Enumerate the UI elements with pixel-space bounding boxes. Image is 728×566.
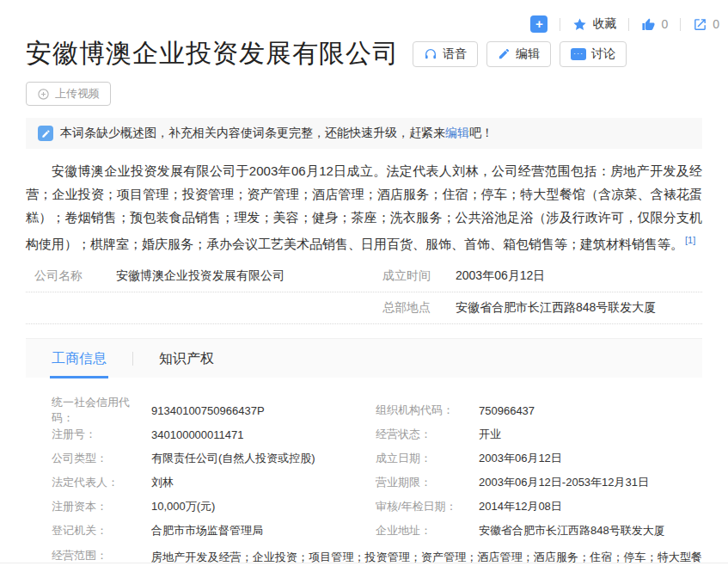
credit-code-label: 统一社会信用代码： xyxy=(52,395,151,426)
like-button[interactable]: 0 xyxy=(641,17,668,32)
favorite-button[interactable]: 收藏 xyxy=(572,16,616,32)
table-row: 企业地址： 安徽省合肥市长江西路848号联发大厦 xyxy=(365,519,702,543)
business-info-right-column: 组织机构代码： 750966437 经营状态： 开业 成立日期： 2003年06… xyxy=(365,398,702,543)
notice-bar: 本词条缺少概述图，补充相关内容使词条更完整，还能快速升级，赶紧来编辑吧！ xyxy=(26,118,702,149)
notice-pencil-icon xyxy=(38,126,53,141)
business-info-table: 统一社会信用代码： 91340100750966437P 注册号： 340100… xyxy=(26,398,702,566)
registered-capital-value: 10,000万(元) xyxy=(151,499,215,514)
action-bar: + 收藏 0 0 xyxy=(530,15,719,33)
organization-code-value: 750966437 xyxy=(479,404,535,417)
company-name-label: 公司名称 xyxy=(26,268,116,284)
upload-video-button[interactable]: 上传视频 xyxy=(26,82,111,106)
page-title: 安徽博澳企业投资发展有限公司 xyxy=(26,36,399,71)
summary-text: 安徽博澳企业投资发展有限公司于2003年06月12日成立。法定代表人刘林，公司经… xyxy=(26,163,702,251)
business-info-left-column: 统一社会信用代码： 91340100750966437P 注册号： 340100… xyxy=(26,398,365,543)
business-term-label: 营业期限： xyxy=(376,475,479,490)
share-icon xyxy=(693,17,707,32)
table-row: 注册号： 340100000011471 xyxy=(26,422,365,446)
tab-business-info[interactable]: 工商信息 xyxy=(52,339,107,378)
operating-status-label: 经营状态： xyxy=(376,427,479,442)
bottom-divider xyxy=(0,563,728,563)
add-button[interactable]: + xyxy=(530,15,548,33)
divider xyxy=(680,18,681,31)
table-row: 公司类型： 有限责任公司(自然人投资或控股) xyxy=(26,446,365,471)
discuss-label: 讨论 xyxy=(591,46,615,62)
circle-plus-icon xyxy=(37,88,50,101)
reference-link[interactable]: [1] xyxy=(685,235,695,245)
like-count: 0 xyxy=(661,17,668,31)
notice-text-before: 本词条缺少概述图，补充相关内容使词条更完整，还能快速升级，赶紧来 xyxy=(60,126,445,139)
table-row: 营业期限： 2003年06月12日-2053年12月31日 xyxy=(365,471,702,495)
divider xyxy=(628,18,629,31)
discuss-button[interactable]: ··· 讨论 xyxy=(560,41,627,67)
establishment-date-value: 2003年06月12日 xyxy=(479,451,562,466)
table-row: 组织机构代码： 750966437 xyxy=(365,398,702,422)
notice-text-after: 吧！ xyxy=(469,126,493,139)
upload-video-label: 上传视频 xyxy=(55,86,100,102)
tab-bar: 工商信息 知识产权 xyxy=(26,338,702,378)
company-address-label: 企业地址： xyxy=(376,523,479,538)
table-row: 注册资本： 10,000万(元) xyxy=(26,495,365,519)
table-row: 登记机关： 合肥市市场监督管理局 xyxy=(26,519,365,543)
founded-label: 成立时间 xyxy=(374,268,456,284)
company-type-label: 公司类型： xyxy=(52,451,151,466)
legal-representative-label: 法定代表人： xyxy=(52,475,151,490)
company-name-value: 安徽博澳企业投资发展有限公司 xyxy=(116,268,374,284)
share-button[interactable]: 0 xyxy=(693,17,719,32)
credit-code-value: 91340100750966437P xyxy=(151,404,265,417)
title-row: 安徽博澳企业投资发展有限公司 语音 编辑 ··· 讨论 xyxy=(26,36,702,71)
business-term-value: 2003年06月12日-2053年12月31日 xyxy=(479,475,649,490)
thumbs-up-icon xyxy=(641,17,656,32)
add-icon: + xyxy=(530,15,548,33)
registration-number-value: 340100000011471 xyxy=(151,428,244,441)
registration-authority-value: 合肥市市场监督管理局 xyxy=(151,523,263,538)
star-icon xyxy=(572,17,587,32)
organization-code-label: 组织机构代码： xyxy=(376,403,479,418)
operating-status-value: 开业 xyxy=(479,427,501,442)
voice-button[interactable]: 语音 xyxy=(413,41,478,67)
divider xyxy=(132,352,133,366)
registration-number-label: 注册号： xyxy=(52,427,151,442)
title-buttons: 语音 编辑 ··· 讨论 xyxy=(413,41,627,67)
favorite-label: 收藏 xyxy=(592,16,616,32)
notice-edit-link[interactable]: 编辑 xyxy=(445,126,469,139)
voice-label: 语音 xyxy=(443,46,467,62)
registration-authority-label: 登记机关： xyxy=(52,523,151,538)
edit-label: 编辑 xyxy=(516,46,540,62)
basic-info-box: 公司名称 安徽博澳企业投资发展有限公司 成立时间 2003年06月12日 总部地… xyxy=(26,261,702,324)
share-count: 0 xyxy=(713,17,719,31)
table-row: 经营状态： 开业 xyxy=(365,422,702,446)
basic-info-row: 总部地点 安徽省合肥市长江西路848号联发大厦 xyxy=(26,292,702,324)
founded-value: 2003年06月12日 xyxy=(456,268,702,284)
table-row: 法定代表人： 刘林 xyxy=(26,471,365,495)
table-row: 统一社会信用代码： 91340100750966437P xyxy=(26,398,365,422)
hq-value: 安徽省合肥市长江西路848号联发大厦 xyxy=(456,300,702,316)
tab-intellectual-property[interactable]: 知识产权 xyxy=(159,339,214,378)
inspection-date-label: 审核/年检日期： xyxy=(376,499,479,514)
hq-label: 总部地点 xyxy=(374,300,456,316)
summary-paragraph: 安徽博澳企业投资发展有限公司于2003年06月12日成立。法定代表人刘林，公司经… xyxy=(26,159,702,255)
company-address-value: 安徽省合肥市长江西路848号联发大厦 xyxy=(479,523,665,538)
basic-info-row: 公司名称 安徽博澳企业投资发展有限公司 成立时间 2003年06月12日 xyxy=(26,261,702,292)
company-type-value: 有限责任公司(自然人投资或控股) xyxy=(151,451,315,466)
pencil-icon xyxy=(498,47,511,60)
edit-button[interactable]: 编辑 xyxy=(486,41,551,67)
inspection-date-value: 2014年12月08日 xyxy=(479,499,562,514)
registered-capital-label: 注册资本： xyxy=(52,499,151,514)
table-row: 成立日期： 2003年06月12日 xyxy=(365,446,702,471)
establishment-date-label: 成立日期： xyxy=(376,451,479,466)
headphone-icon xyxy=(424,47,437,61)
notice-text: 本词条缺少概述图，补充相关内容使词条更完整，还能快速升级，赶紧来编辑吧！ xyxy=(60,126,493,141)
table-row: 审核/年检日期： 2014年12月08日 xyxy=(365,495,702,519)
legal-representative-value: 刘林 xyxy=(151,475,174,490)
discuss-icon: ··· xyxy=(571,48,586,60)
divider xyxy=(560,18,560,31)
